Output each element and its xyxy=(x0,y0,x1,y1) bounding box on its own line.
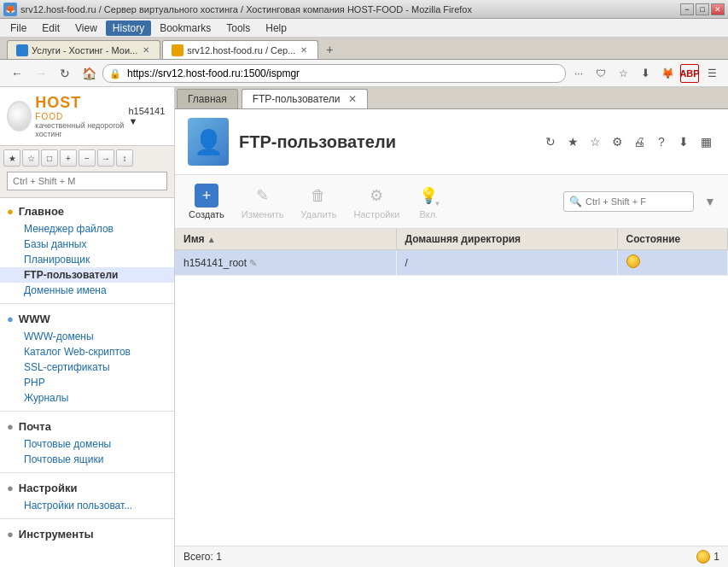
nav-label-www: WWW xyxy=(19,313,50,325)
address-bar: ← → ↻ 🏠 🔒 ··· 🛡 ☆ ⬇ 🦊 ABP ☰ xyxy=(0,60,728,87)
nav-header-settings[interactable]: ● Настройки xyxy=(0,478,174,498)
print-icon[interactable]: 🖨 xyxy=(630,132,649,151)
content-tabs: Главная FTP-пользователи ✕ xyxy=(175,87,728,109)
menu-help[interactable]: Help xyxy=(259,20,294,36)
grid-icon[interactable]: ▦ xyxy=(696,132,715,151)
menu-file[interactable]: File xyxy=(3,20,33,36)
refresh-icon[interactable]: ↻ xyxy=(541,132,560,151)
sidebar-btn-minus[interactable]: − xyxy=(79,149,96,167)
sidebar-btn-star[interactable]: ★ xyxy=(3,149,20,167)
sidebar-btn-add[interactable]: + xyxy=(60,149,77,167)
star-icon[interactable]: ★ xyxy=(563,132,582,151)
action-toolbar: + Создать ✎ Изменить 🗑 Удалить ⚙ Настрой… xyxy=(175,175,728,229)
sidebar-btn-doc[interactable]: □ xyxy=(41,149,58,167)
shield-icon[interactable]: 🛡 xyxy=(591,64,610,83)
menu-view[interactable]: View xyxy=(68,20,104,36)
tab1-close[interactable]: ✕ xyxy=(141,45,151,55)
table-header: Имя ▲ Домашняя директория Состояние xyxy=(175,229,728,250)
forward-button[interactable]: → xyxy=(31,63,51,84)
hamburger-icon[interactable]: ☰ xyxy=(702,64,721,83)
maximize-button[interactable]: □ xyxy=(696,3,709,15)
menu-history[interactable]: History xyxy=(106,20,151,36)
star2-icon[interactable]: ☆ xyxy=(585,132,604,151)
nav-maildomains[interactable]: Почтовые домены xyxy=(0,436,174,452)
col-header-status[interactable]: Состояние xyxy=(617,229,728,250)
nav-wwwdomains[interactable]: WWW-домены xyxy=(0,329,174,344)
col-name-label: Имя xyxy=(183,233,205,245)
row-edit-icon[interactable]: ✎ xyxy=(249,258,257,268)
help-icon[interactable]: ? xyxy=(652,132,671,151)
table-search-input[interactable] xyxy=(585,196,688,207)
title-bar-text: srv12.host-food.ru / Сервер виртуального… xyxy=(20,4,472,15)
nav-filemanager[interactable]: Менеджер файлов xyxy=(0,221,174,237)
bookmark-star-icon[interactable]: ☆ xyxy=(614,64,632,83)
nav-webscripts[interactable]: Каталог Web-скриптов xyxy=(0,344,174,359)
menu-bar: File Edit View History Bookmarks Tools H… xyxy=(0,19,728,38)
content-footer: Всего: 1 1 xyxy=(175,546,728,567)
sort-arrow: ▲ xyxy=(207,235,216,244)
nav-php[interactable]: PHP xyxy=(0,375,174,390)
edit-button[interactable]: ✎ Изменить xyxy=(236,180,289,223)
nav-usersettings[interactable]: Настройки пользоват... xyxy=(0,498,174,513)
enable-button[interactable]: 💡▼ Вкл. xyxy=(411,180,446,223)
minimize-button[interactable]: − xyxy=(680,3,694,15)
nav-databases[interactable]: Базы данных xyxy=(0,237,174,252)
col-header-name[interactable]: Имя ▲ xyxy=(175,229,396,250)
title-bar-buttons[interactable]: − □ ✕ xyxy=(680,3,725,15)
close-button[interactable]: ✕ xyxy=(711,3,725,15)
address-input[interactable] xyxy=(102,64,566,83)
nav-mailboxes[interactable]: Почтовые ящики xyxy=(0,452,174,467)
content-tab-main[interactable]: Главная xyxy=(177,89,238,108)
home-button[interactable]: 🏠 xyxy=(79,63,99,84)
menu-dots-icon[interactable]: ··· xyxy=(569,64,588,83)
nav-ftpusers[interactable]: FTP-пользователи xyxy=(0,267,174,283)
sidebar-search-input[interactable] xyxy=(7,172,167,190)
tab2-close[interactable]: ✕ xyxy=(299,45,309,55)
table-row[interactable]: h154141_root ✎ / xyxy=(175,250,728,276)
content-tab-ftpusers[interactable]: FTP-пользователи ✕ xyxy=(242,89,368,108)
edit-icon: ✎ xyxy=(251,184,275,208)
nav-header-www[interactable]: ● WWW xyxy=(0,309,174,329)
page-avatar: 👤 xyxy=(188,118,229,166)
logo-brand: HOSTFOOD xyxy=(35,94,128,121)
adblock-icon[interactable]: ABP xyxy=(680,64,699,83)
nav-ssl[interactable]: SSL-сертификаты xyxy=(0,359,174,375)
nav-scheduler[interactable]: Планировщик xyxy=(0,252,174,267)
filter-button[interactable]: ▼ xyxy=(701,192,719,211)
ftp-tab-close[interactable]: ✕ xyxy=(348,93,357,105)
settings-button[interactable]: ⚙ Настройки xyxy=(348,180,405,223)
browser-tab-1[interactable]: Услуги - Хостинг - Мои... ✕ xyxy=(7,40,160,59)
back-button[interactable]: ← xyxy=(7,63,27,84)
menu-bookmarks[interactable]: Bookmarks xyxy=(153,20,218,36)
delete-button[interactable]: 🗑 Удалить xyxy=(295,180,341,223)
tab1-label: Услуги - Хостинг - Мои... xyxy=(32,45,137,56)
nav-logs[interactable]: Журналы xyxy=(0,390,174,406)
firefox-icon: 🦊 xyxy=(3,3,17,16)
footer-status-light xyxy=(696,550,710,564)
settings-icon[interactable]: ⚙ xyxy=(608,132,626,151)
new-tab-button[interactable]: + xyxy=(320,40,339,59)
export-icon[interactable]: ⬇ xyxy=(674,132,693,151)
user-menu[interactable]: h154141 ▼ xyxy=(129,106,168,126)
nav-header-main[interactable]: ● Главное xyxy=(0,202,174,221)
tab2-label: srv12.host-food.ru / Сер... xyxy=(187,45,295,56)
logo-tagline: качественный недорогой хостинг xyxy=(35,121,128,138)
download-icon[interactable]: ⬇ xyxy=(636,64,655,83)
nav-section-settings: ● Настройки Настройки пользоват... xyxy=(0,475,174,517)
content-area: Главная FTP-пользователи ✕ 👤 FTP-пользов… xyxy=(175,87,728,567)
nav-section-www: ● WWW WWW-домены Каталог Web-скриптов SS… xyxy=(0,306,174,409)
create-button[interactable]: + Создать xyxy=(183,180,230,223)
col-header-dir[interactable]: Домашняя директория xyxy=(396,229,617,250)
sidebar-btn-arrow[interactable]: → xyxy=(97,149,114,167)
tab-bar: Услуги - Хостинг - Мои... ✕ srv12.host-f… xyxy=(0,38,728,60)
menu-edit[interactable]: Edit xyxy=(35,20,67,36)
nav-header-mail[interactable]: ● Почта xyxy=(0,417,174,436)
sidebar-btn-star2[interactable]: ☆ xyxy=(22,149,39,167)
browser-tab-2[interactable]: srv12.host-food.ru / Сер... ✕ xyxy=(162,40,318,59)
nav-domains[interactable]: Доменные имена xyxy=(0,283,174,298)
reload-button[interactable]: ↻ xyxy=(55,63,75,84)
fox-ext-icon[interactable]: 🦊 xyxy=(658,64,677,83)
menu-tools[interactable]: Tools xyxy=(219,20,257,36)
sidebar-btn-resize[interactable]: ↕ xyxy=(116,149,133,167)
nav-header-tools[interactable]: ● Инструменты xyxy=(0,524,174,544)
